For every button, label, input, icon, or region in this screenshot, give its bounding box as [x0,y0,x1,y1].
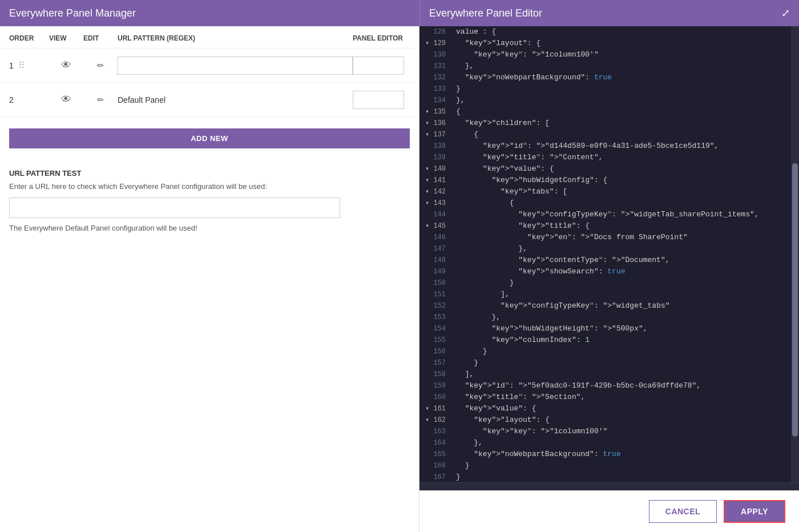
code-line: "key">"hubWidgetHeight": ">"500px", [456,323,786,334]
eye-icon-1: 👁 [61,59,71,71]
code-line: "key">"showSearch": true [456,266,786,277]
expand-icon[interactable]: ⤢ [781,7,790,19]
code-line: "key">"configTypeKey": ">"widget_tabs" [456,300,786,312]
line-number: 146 [425,232,446,243]
line-number: 130 [425,49,446,61]
line-number: 133 [425,83,446,95]
row-panel-1[interactable] [353,57,410,75]
code-line: } [456,346,786,357]
code-line: { [456,129,786,140]
url-test-title: URL PATTERN TEST [9,169,410,178]
row-panel-2[interactable] [353,91,410,109]
row-view-2[interactable]: 👁 [49,91,83,108]
line-number: 165 [425,449,446,460]
line-number: 138 [425,140,446,152]
add-new-button[interactable]: ADD NEW [9,128,410,148]
col-order-header: ORDER [9,34,49,42]
line-number: 156 [425,346,446,357]
line-number: ▾ 137 [425,129,446,140]
eye-icon-2: 👁 [61,94,71,105]
code-line: } [456,460,786,471]
code-line: "key">"value": { [456,403,786,414]
line-number: 148 [425,255,446,266]
line-number: 158 [425,369,446,380]
row-edit-2[interactable]: ✏ [83,91,118,108]
view-button-2[interactable]: 👁 [59,91,74,108]
panel-input-2[interactable] [353,91,404,109]
url-input-1[interactable] [118,57,353,75]
default-panel-label: Default Panel [118,95,166,104]
line-number: ▾ 135 [425,106,446,118]
vertical-scrollbar[interactable] [791,26,799,482]
code-line: "key">"id": ">"d144d589-e0f0-4a31-ade5-5… [456,140,786,152]
code-line: "key">"id": ">"5ef0adc0-191f-429b-b5bc-0… [456,380,786,392]
view-button-1[interactable]: 👁 [59,57,74,74]
code-line: "key">"noWebpartBackground": true [456,72,786,83]
code-editor[interactable]: 128▾ 129130131132133134▾ 135▾ 136▾ 13713… [419,26,791,482]
line-number: 134 [425,95,446,106]
line-number: 159 [425,380,446,392]
pencil-icon-1: ✏ [97,61,104,70]
code-line: "key">"title": { [456,220,786,232]
line-number: ▾ 161 [425,403,446,414]
code-line: }, [456,312,786,323]
code-line: }, [456,95,786,106]
panel-input-1[interactable] [353,57,404,75]
code-line: "key">"layout": { [456,414,786,426]
code-line: ], [456,289,786,300]
row-url-1[interactable] [118,57,353,75]
col-view-header: VIEW [49,34,83,42]
apply-button[interactable]: APPLY [724,500,785,523]
line-number: 155 [425,334,446,346]
code-line: }, [456,243,786,255]
line-number: ▾ 136 [425,118,446,129]
line-number: ▾ 141 [425,175,446,186]
drag-handle-1[interactable]: ⠿ [18,60,25,71]
horizontal-scrollbar[interactable] [419,482,799,490]
row-view-1[interactable]: 👁 [49,57,83,74]
code-line: }, [456,437,786,449]
cancel-button[interactable]: CANCEL [649,500,717,523]
row-number-1: 1 [9,61,14,70]
line-number: ▾ 129 [425,38,446,49]
scrollbar-thumb[interactable] [792,163,798,437]
line-number: 149 [425,266,446,277]
code-lines[interactable]: value : { "key">"layout": { "key">"key":… [451,26,791,482]
code-line: "key">"en": ">"Docs from SharePoint" [456,232,786,243]
line-numbers: 128▾ 129130131132133134▾ 135▾ 136▾ 13713… [419,26,451,482]
url-test-section: URL PATTERN TEST Enter a URL here to che… [0,160,419,241]
row-edit-1[interactable]: ✏ [83,57,118,74]
line-number: 157 [425,357,446,369]
line-number: 167 [425,471,446,482]
code-line: "key">"title": ">"Content", [456,152,786,163]
url-test-input[interactable] [9,198,340,218]
app-title: Everywhere Panel Manager [9,7,136,19]
row-order-1: 1 ⠿ [9,60,49,71]
row-url-2: Default Panel [118,95,353,105]
line-number: 153 [425,312,446,323]
line-number: 128 [425,26,446,38]
edit-button-1[interactable]: ✏ [95,57,107,74]
table-header: ORDER VIEW EDIT URL PATTERN (REGEX) PANE… [0,26,419,49]
pencil-icon-2: ✏ [97,95,104,104]
code-line: "key">"children": [ [456,118,786,129]
bottom-bar: CANCEL APPLY [419,490,799,532]
line-number: ▾ 145 [425,220,446,232]
code-line: ], [456,369,786,380]
line-number: ▾ 162 [425,414,446,426]
code-line: } [456,83,786,95]
editor-title: Everywhere Panel Editor [429,7,542,19]
code-line: "key">"hubWidgetConfig": { [456,175,786,186]
url-test-result: The Everywhere Default Panel configurati… [9,224,410,232]
code-line: "key">"layout": { [456,38,786,49]
line-number: 139 [425,152,446,163]
edit-button-2[interactable]: ✏ [95,91,107,108]
code-line: } [456,277,786,289]
col-panel-header: PANEL EDITOR [353,34,410,42]
table-row: 1 ⠿ 👁 ✏ [0,49,419,83]
code-line: "key">"contentType": ">"Document", [456,255,786,266]
code-line: "key">"key": ">"1column100'" [456,426,786,437]
table-row: 2 👁 ✏ Default Panel [0,83,419,117]
code-line: { [456,106,786,118]
line-number: 132 [425,72,446,83]
